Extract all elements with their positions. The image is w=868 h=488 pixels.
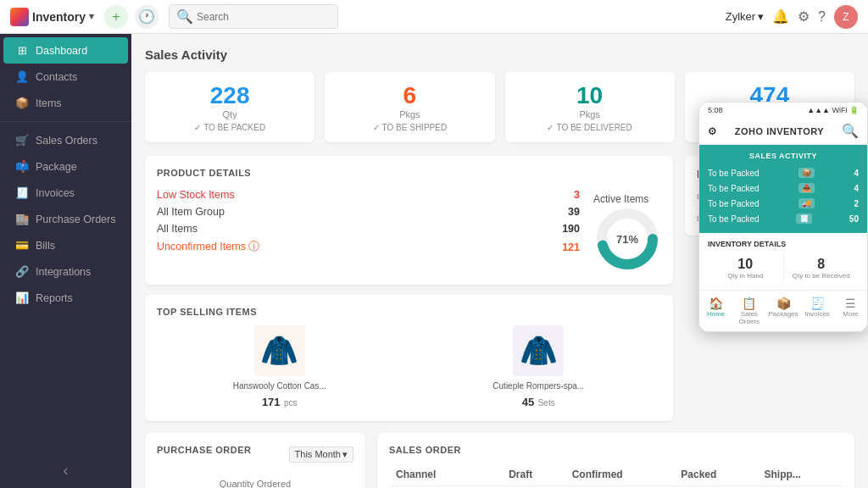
activity-check-icon: ✓ xyxy=(194,123,201,132)
avatar[interactable]: Z xyxy=(834,5,858,29)
product-row-value: 121 xyxy=(562,241,580,253)
sidebar-item-package[interactable]: 📫Package xyxy=(3,153,128,180)
sidebar-icon-purchase-orders: 🏬 xyxy=(15,213,29,225)
activity-unit-to-ship: Pkgs xyxy=(340,109,479,119)
bell-icon[interactable]: 🔔 xyxy=(772,8,789,25)
sidebar-icon-reports: 📊 xyxy=(15,291,29,304)
mobile-inv-lbl: Qty in Hand xyxy=(711,272,780,280)
mobile-row-label: To be Packed xyxy=(708,169,760,178)
top-item-image: 🧥 xyxy=(513,325,564,376)
top-navbar: Inventory ▾ + 🕐 🔍 Zylker ▾ 🔔 ⚙ ? Z xyxy=(0,0,868,34)
history-button[interactable]: 🕐 xyxy=(135,5,159,29)
top-selling-card: TOP SELLING ITEMS 🧥 Hanswooly Cotton Cas… xyxy=(145,295,673,421)
mobile-bottom-nav: 🏠Home📋Sales Orders📦Packages🧾Invoices☰Mor… xyxy=(699,290,867,331)
product-detail-row: All Items190 xyxy=(157,220,580,237)
mobile-activity-row: To be Packed 📤 4 xyxy=(708,180,859,196)
top-item-name: Cutieple Rompers-spa... xyxy=(416,381,662,391)
po-qty-label: Quantity Ordered xyxy=(157,479,353,488)
sidebar-item-bills[interactable]: 💳Bills xyxy=(3,232,128,258)
mobile-status-bar: 5:08 ▲▲▲ WiFi 🔋 xyxy=(699,103,867,118)
activity-card-to-pack: 228 Qty ✓ TO BE PACKED xyxy=(145,72,314,142)
mobile-inv-title: INVENTORY DETAILS xyxy=(708,240,859,248)
mobile-nav-invoices[interactable]: 🧾Invoices xyxy=(801,294,834,328)
mobile-activity-row: To be Packed 🧾 50 xyxy=(708,211,859,226)
sidebar-item-sales-orders[interactable]: 🛒Sales Orders xyxy=(3,127,128,153)
activity-unit-to-deliver: Pkgs xyxy=(520,109,659,119)
top-selling-title: TOP SELLING ITEMS xyxy=(157,307,661,317)
sidebar-label-invoices: Invoices xyxy=(36,187,75,199)
help-icon[interactable]: ? xyxy=(818,9,826,25)
mobile-gear-icon[interactable]: ⚙ xyxy=(708,125,717,137)
top-item-qty: 171 pcs xyxy=(157,394,403,409)
product-row-label: Unconfirmed Items ⓘ xyxy=(157,240,259,254)
top-item-name: Hanswooly Cotton Cas... xyxy=(157,381,403,391)
mobile-row-badge: 🧾 xyxy=(796,214,812,224)
activity-label-to-deliver: ✓ TO BE DELIVERED xyxy=(520,123,659,132)
sidebar-collapse-button[interactable]: ‹ xyxy=(0,453,131,488)
activity-label-to-ship: ✓ TO BE SHIPPED xyxy=(340,123,479,132)
activity-card-to-ship: 6 Pkgs ✓ TO BE SHIPPED xyxy=(325,72,494,142)
brand-chevron-icon[interactable]: ▾ xyxy=(89,11,94,22)
product-row-value: 3 xyxy=(574,189,580,201)
mobile-activity-row: To be Packed 🚚 2 xyxy=(708,196,859,211)
sidebar-label-items: Items xyxy=(36,97,62,109)
product-detail-row: Low Stock Items3 xyxy=(157,186,580,203)
mobile-sales-activity-section: SALES ACTIVITY To be Packed 📦 4 To be Pa… xyxy=(699,145,867,233)
sidebar-item-items[interactable]: 📦Items xyxy=(3,90,128,116)
mobile-activity-row: To be Packed 📦 4 xyxy=(708,165,859,180)
search-icon: 🔍 xyxy=(176,8,193,25)
sidebar: ⊞Dashboard👤Contacts📦Items 🛒Sales Orders📫… xyxy=(0,34,131,488)
mobile-nav-packages[interactable]: 📦Packages xyxy=(765,294,800,328)
mobile-row-label: To be Packed xyxy=(708,214,760,224)
sidebar-item-dashboard[interactable]: ⊞Dashboard xyxy=(3,37,128,64)
product-detail-row: All Item Group39 xyxy=(157,203,580,220)
mobile-nav-more[interactable]: ☰More xyxy=(834,294,867,328)
mobile-row-badge: 📦 xyxy=(798,168,815,178)
activity-card-to-deliver: 10 Pkgs ✓ TO BE DELIVERED xyxy=(505,72,675,142)
mobile-inv-stat: 10Qty in Hand xyxy=(708,253,784,283)
activity-check-icon: ✓ xyxy=(373,123,380,132)
filter-chevron-icon: ▾ xyxy=(342,449,348,460)
mobile-inv-section: INVENTORY DETAILS 10Qty in Hand8Qty to b… xyxy=(699,233,867,290)
sidebar-item-purchase-orders[interactable]: 🏬Purchase Orders xyxy=(3,206,128,232)
sidebar-item-invoices[interactable]: 🧾Invoices xyxy=(3,180,128,206)
sidebar-label-sales-orders: Sales Orders xyxy=(36,135,97,147)
mobile-search-icon[interactable]: 🔍 xyxy=(842,123,859,139)
mobile-row-value: 50 xyxy=(849,214,859,224)
activity-label-to-pack: ✓ TO BE PACKED xyxy=(160,123,299,132)
mobile-nav-label: Home xyxy=(707,310,725,318)
mobile-inv-stat: 8Qty to be Received xyxy=(784,253,860,283)
sidebar-item-reports[interactable]: 📊Reports xyxy=(3,285,128,311)
mobile-row-badge: 📤 xyxy=(798,183,815,193)
top-selling-item: 🧥 Hanswooly Cotton Cas... 171 pcs xyxy=(157,325,403,409)
mobile-overlay: 5:08 ▲▲▲ WiFi 🔋 ⚙ ZOHO INVENTORY 🔍 SALES… xyxy=(698,102,868,332)
mobile-inv-lbl: Qty to be Received xyxy=(787,272,856,280)
gear-icon[interactable]: ⚙ xyxy=(798,8,810,25)
mobile-row-value: 4 xyxy=(854,184,859,193)
left-panel: PRODUCT DETAILS Low Stock Items3All Item… xyxy=(145,156,673,421)
donut-chart: 71% xyxy=(593,205,661,273)
search-input[interactable] xyxy=(197,11,331,23)
mobile-row-label: To be Packed xyxy=(708,184,760,193)
po-qty-stat: Quantity Ordered 2.00 xyxy=(157,470,353,488)
so-column-header: Confirmed xyxy=(565,463,675,486)
mobile-nav-home[interactable]: 🏠Home xyxy=(699,294,732,328)
sidebar-label-contacts: Contacts xyxy=(36,71,77,83)
user-name-display[interactable]: Zylker ▾ xyxy=(726,10,764,23)
mobile-nav-sales-orders[interactable]: 📋Sales Orders xyxy=(732,294,765,328)
po-filter-dropdown[interactable]: This Month ▾ xyxy=(289,446,353,463)
so-column-header: Draft xyxy=(502,463,565,486)
mobile-header: ⚙ ZOHO INVENTORY 🔍 xyxy=(699,118,867,145)
top-items: 🧥 Hanswooly Cotton Cas... 171 pcs 🧥 Cuti… xyxy=(157,325,661,409)
mobile-inv-num: 8 xyxy=(787,257,856,272)
search-bar[interactable]: 🔍 xyxy=(169,4,338,29)
sidebar-icon-items: 📦 xyxy=(15,97,29,109)
mobile-nav-label: More xyxy=(843,310,858,318)
sidebar-icon-invoices: 🧾 xyxy=(15,186,29,199)
add-button[interactable]: + xyxy=(104,5,128,29)
product-detail-row: Unconfirmed Items ⓘ121 xyxy=(157,237,580,257)
sidebar-item-integrations[interactable]: 🔗Integrations xyxy=(3,258,128,285)
sidebar-item-contacts[interactable]: 👤Contacts xyxy=(3,64,128,90)
so-column-header: Packed xyxy=(674,463,757,486)
sales-order-card: SALES ORDER ChannelDraftConfirmedPackedS… xyxy=(377,433,854,488)
